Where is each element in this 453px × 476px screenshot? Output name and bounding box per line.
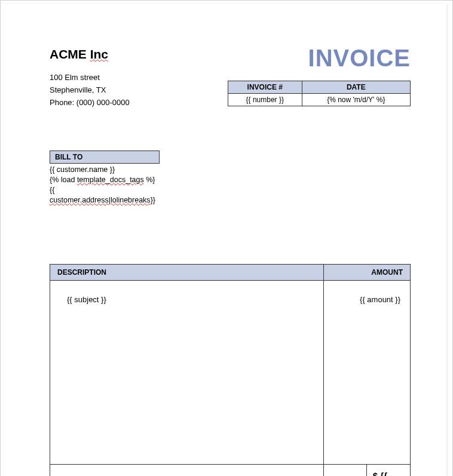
items-row-description: {{ subject }} [50,280,324,464]
bill-to-line3: customer.address|lolinebreaks}} [50,195,160,205]
bill-to-line2: {% load template_docs_tags %}{{ [50,175,160,195]
company-name: ACME Inc [50,47,108,62]
page-container: ACME Inc 100 Elm street Stephenville, TX… [0,0,453,476]
items-col-amount: AMOUNT [323,264,410,280]
items-table: DESCRIPTION AMOUNT {{ subject }} {{ amou… [50,264,411,476]
company-name-part1: ACME [50,47,90,61]
company-phone: Phone: (000) 000-0000 [50,97,130,109]
bill-to-line2b: template_docs_tags [77,176,144,184]
company-block: ACME Inc 100 Elm street Stephenville, TX… [50,47,130,109]
footer-total-wrap: TOTAL $ {{ amount }} [323,464,410,476]
footer-total-label: TOTAL [324,465,367,476]
invoice-title: INVOICE [308,45,411,72]
footer-total-value: $ {{ amount }} [366,465,410,476]
bill-to-header: BILL TO [50,151,160,164]
bill-to-block: BILL TO {{ customer.name }} {% load temp… [50,151,160,205]
bill-to-line3a: customer.address|lolinebreaks [50,196,151,204]
meta-date-header: DATE [302,81,410,94]
bill-to-line3b: }} [151,196,155,204]
company-address-line2: Stephenville, TX [50,84,130,97]
invoice-meta-table: INVOICE # DATE {{ number }} {% now 'm/d/… [228,81,411,106]
company-address: 100 Elm street Stephenville, TX Phone: (… [50,72,130,109]
footer-thanks: Thank you for your business! [50,464,324,476]
company-name-part2: Inc [90,47,108,61]
bill-to-line2a: {% load [50,176,77,184]
footer-total-inner: TOTAL $ {{ amount }} [324,465,410,476]
meta-date-value: {% now 'm/d/Y' %} [302,94,410,106]
invoice-page: ACME Inc 100 Elm street Stephenville, TX… [4,4,446,476]
items-row-amount: {{ amount }} [323,280,410,464]
bill-to-body: {{ customer.name }} {% load template_doc… [50,164,160,205]
bill-to-line1: {{ customer.name }} [50,165,160,175]
items-col-description: DESCRIPTION [50,264,324,280]
meta-invoice-no-value: {{ number }} [228,94,302,106]
meta-invoice-no-header: INVOICE # [228,81,302,94]
company-address-line1: 100 Elm street [50,72,130,84]
